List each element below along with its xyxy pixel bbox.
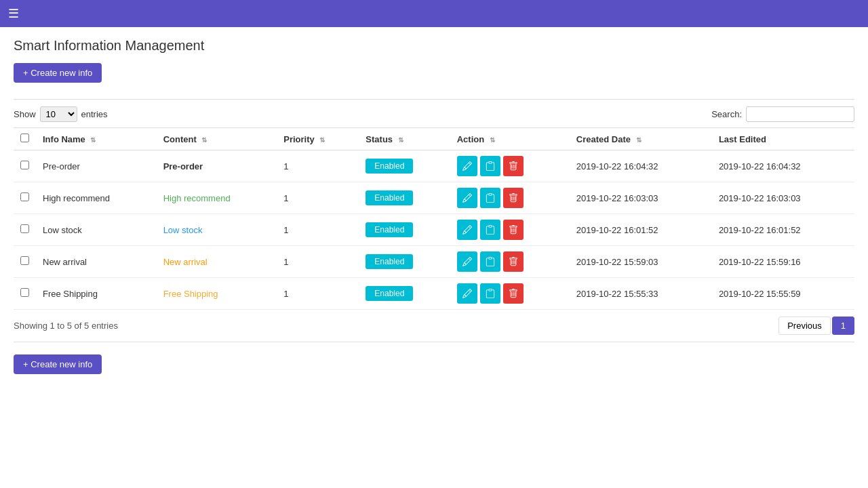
copy-button-2[interactable]: [480, 220, 500, 240]
row-content-4: Free Shipping: [157, 278, 277, 310]
sort-content-icon[interactable]: ⇅: [201, 136, 207, 144]
copy-icon-3: [486, 257, 495, 266]
show-entries-container: Show 10 25 50 100 entries: [14, 106, 108, 122]
header-action: Action ⇅: [450, 128, 570, 150]
page-1-button[interactable]: 1: [832, 317, 854, 335]
delete-button-1[interactable]: [503, 188, 524, 208]
select-all-checkbox[interactable]: [20, 134, 29, 142]
row-content-2: Low stock: [157, 214, 277, 246]
row-last-edited-3: 2019-10-22 15:59:16: [712, 246, 854, 278]
copy-button-0[interactable]: [480, 156, 500, 176]
showing-entries-text: Showing 1 to 5 of 5 entries: [14, 321, 118, 331]
data-table: Info Name ⇅ Content ⇅ Priority ⇅ Status …: [14, 127, 854, 310]
row-content-3: New arrival: [157, 246, 277, 278]
entries-per-page-select[interactable]: 10 25 50 100: [40, 106, 77, 122]
row-status-1: Enabled: [359, 182, 450, 214]
status-toggle-button-3[interactable]: Enabled: [366, 254, 413, 269]
row-checkbox-0[interactable]: [20, 161, 29, 169]
table-row: Low stock Low stock 1 Enabled: [14, 214, 854, 246]
row-status-3: Enabled: [359, 246, 450, 278]
search-label: Search:: [711, 109, 742, 119]
edit-button-1[interactable]: [457, 188, 477, 208]
copy-button-3[interactable]: [480, 251, 500, 272]
divider-top: [14, 99, 854, 100]
main-content: Smart Information Management + Create ne…: [0, 27, 868, 488]
status-toggle-button-0[interactable]: Enabled: [366, 159, 413, 174]
sort-action-icon[interactable]: ⇅: [490, 136, 495, 144]
header-content: Content ⇅: [157, 128, 277, 150]
sort-created-date-icon[interactable]: ⇅: [636, 136, 642, 144]
row-checkbox-2[interactable]: [20, 224, 29, 233]
table-controls: Show 10 25 50 100 entries Search:: [14, 106, 854, 122]
search-box: Search:: [711, 106, 854, 122]
copy-button-4[interactable]: [480, 283, 500, 304]
row-checkbox-cell-2: [14, 214, 36, 246]
table-row: High recommend High recommend 1 Enabled: [14, 182, 854, 214]
copy-icon-0: [486, 161, 495, 171]
previous-page-button[interactable]: Previous: [778, 317, 831, 335]
copy-icon-2: [486, 225, 495, 235]
hamburger-menu-icon[interactable]: ☰: [8, 6, 19, 21]
delete-icon-0: [509, 161, 518, 171]
create-new-info-button-top[interactable]: + Create new info: [14, 63, 102, 83]
row-last-edited-0: 2019-10-22 16:04:32: [712, 150, 854, 182]
divider-bottom: [14, 342, 854, 342]
table-row: Pre-order Pre-order 1 Enabled: [14, 150, 854, 182]
status-toggle-button-2[interactable]: Enabled: [366, 222, 413, 237]
row-checkbox-4[interactable]: [20, 288, 29, 297]
table-row: Free Shipping Free Shipping 1 Enabled: [14, 278, 854, 310]
page-title: Smart Information Management: [14, 38, 854, 54]
edit-icon-0: [462, 161, 472, 171]
delete-button-0[interactable]: [503, 156, 524, 176]
status-toggle-button-1[interactable]: Enabled: [366, 190, 413, 205]
sort-status-icon[interactable]: ⇅: [398, 136, 403, 144]
row-action-2: [450, 214, 570, 246]
delete-button-4[interactable]: [503, 283, 524, 304]
row-last-edited-1: 2019-10-22 16:03:03: [712, 182, 854, 214]
header-checkbox-cell: [14, 128, 36, 150]
row-created-date-0: 2019-10-22 16:04:32: [570, 150, 712, 182]
show-label: Show: [14, 109, 36, 119]
row-priority-1: 1: [277, 182, 359, 214]
delete-icon-4: [509, 289, 518, 298]
status-toggle-button-4[interactable]: Enabled: [366, 286, 413, 301]
edit-icon-4: [462, 289, 472, 298]
row-priority-3: 1: [277, 246, 359, 278]
delete-button-2[interactable]: [503, 220, 524, 240]
sort-priority-icon[interactable]: ⇅: [319, 136, 325, 144]
table-footer: Showing 1 to 5 of 5 entries Previous 1: [14, 317, 854, 335]
delete-button-3[interactable]: [503, 251, 524, 272]
pagination: Previous 1: [778, 317, 854, 335]
row-checkbox-cell-4: [14, 278, 36, 310]
row-action-4: [450, 278, 570, 310]
row-info-name-2: Low stock: [36, 214, 157, 246]
row-checkbox-cell-1: [14, 182, 36, 214]
create-new-info-button-bottom[interactable]: + Create new info: [14, 354, 102, 374]
row-status-0: Enabled: [359, 150, 450, 182]
search-input[interactable]: [746, 106, 854, 122]
copy-icon-1: [486, 193, 495, 203]
delete-icon-3: [509, 257, 518, 266]
sort-info-name-icon[interactable]: ⇅: [90, 136, 96, 144]
row-checkbox-cell-0: [14, 150, 36, 182]
edit-icon-1: [462, 193, 472, 203]
row-checkbox-1[interactable]: [20, 192, 29, 201]
edit-button-2[interactable]: [457, 220, 477, 240]
row-created-date-4: 2019-10-22 15:55:33: [570, 278, 712, 310]
row-priority-2: 1: [277, 214, 359, 246]
row-checkbox-cell-3: [14, 246, 36, 278]
edit-button-3[interactable]: [457, 251, 477, 272]
edit-button-0[interactable]: [457, 156, 477, 176]
row-checkbox-3[interactable]: [20, 256, 29, 265]
copy-button-1[interactable]: [480, 188, 500, 208]
header-status: Status ⇅: [359, 128, 450, 150]
header-created-date: Created Date ⇅: [570, 128, 712, 150]
row-priority-4: 1: [277, 278, 359, 310]
row-info-name-1: High recommend: [36, 182, 157, 214]
header-priority: Priority ⇅: [277, 128, 359, 150]
row-status-2: Enabled: [359, 214, 450, 246]
edit-button-4[interactable]: [457, 283, 477, 304]
delete-icon-1: [509, 193, 518, 203]
row-content-0: Pre-order: [157, 150, 277, 182]
header-last-edited: Last Edited: [712, 128, 854, 150]
